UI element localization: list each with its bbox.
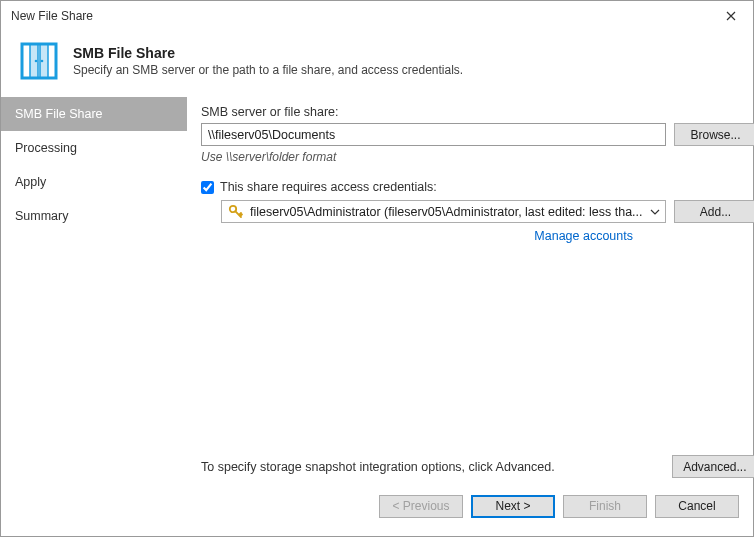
sidebar-item-label: Apply xyxy=(15,175,46,189)
close-button[interactable] xyxy=(708,1,753,31)
titlebar: New File Share xyxy=(1,1,753,31)
add-credentials-button[interactable]: Add... xyxy=(674,200,754,223)
manage-accounts-link[interactable]: Manage accounts xyxy=(201,229,633,243)
sidebar-item-summary[interactable]: Summary xyxy=(1,199,187,233)
window-title: New File Share xyxy=(11,9,93,23)
format-hint: Use \\server\folder format xyxy=(201,150,754,164)
wizard-sidebar: SMB File Share Processing Apply Summary xyxy=(1,97,187,488)
header: SMB File Share Specify an SMB server or … xyxy=(1,31,753,97)
credentials-checkbox-row[interactable]: This share requires access credentials: xyxy=(201,180,754,194)
footer: < Previous Next > Finish Cancel xyxy=(1,488,753,536)
credentials-selected-text: fileserv05\Administrator (fileserv05\Adm… xyxy=(250,205,643,219)
sidebar-item-processing[interactable]: Processing xyxy=(1,131,187,165)
page-subtitle: Specify an SMB server or the path to a f… xyxy=(73,63,463,77)
path-input[interactable] xyxy=(201,123,666,146)
sidebar-item-apply[interactable]: Apply xyxy=(1,165,187,199)
finish-button[interactable]: Finish xyxy=(563,495,647,518)
previous-button[interactable]: < Previous xyxy=(379,495,463,518)
sidebar-item-smb-file-share[interactable]: SMB File Share xyxy=(1,97,187,131)
key-icon xyxy=(228,204,244,220)
sidebar-item-label: SMB File Share xyxy=(15,107,103,121)
credentials-select[interactable]: fileserv05\Administrator (fileserv05\Adm… xyxy=(221,200,666,223)
chevron-down-icon xyxy=(649,209,661,215)
path-label: SMB server or file share: xyxy=(201,105,754,119)
close-icon xyxy=(726,11,736,21)
sidebar-item-label: Summary xyxy=(15,209,68,223)
svg-rect-0 xyxy=(22,44,56,78)
sidebar-item-label: Processing xyxy=(15,141,77,155)
svg-point-8 xyxy=(41,60,44,63)
svg-point-7 xyxy=(35,60,38,63)
cancel-button[interactable]: Cancel xyxy=(655,495,739,518)
browse-button[interactable]: Browse... xyxy=(674,123,754,146)
advanced-button[interactable]: Advanced... xyxy=(672,455,754,478)
credentials-checkbox-label: This share requires access credentials: xyxy=(220,180,437,194)
credentials-checkbox[interactable] xyxy=(201,181,214,194)
file-share-icon xyxy=(19,41,59,81)
advanced-hint: To specify storage snapshot integration … xyxy=(201,460,555,474)
page-title: SMB File Share xyxy=(73,45,463,61)
next-button[interactable]: Next > xyxy=(471,495,555,518)
dialog-window: New File Share SMB File Share Specify xyxy=(0,0,754,537)
main-panel: SMB server or file share: Browse... Use … xyxy=(187,97,754,488)
